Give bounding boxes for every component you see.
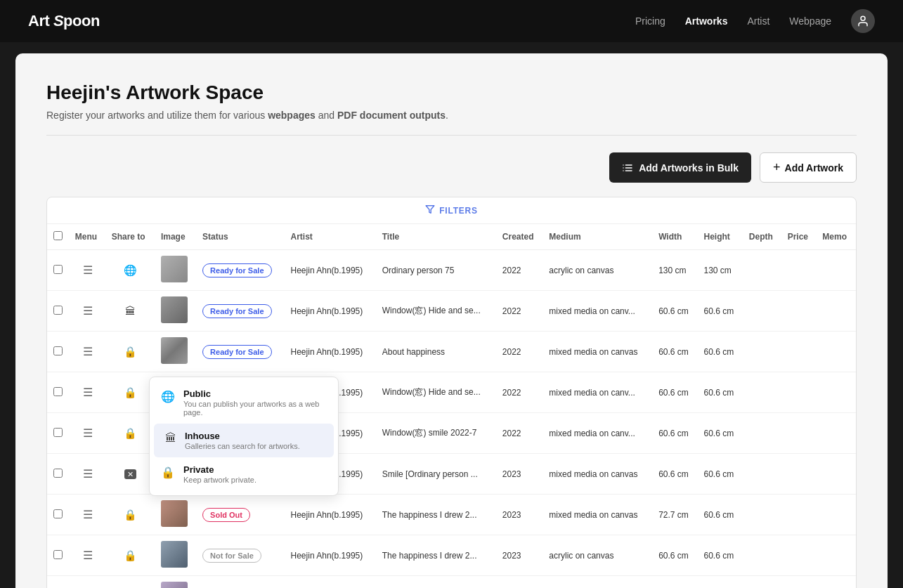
- price-cell: [782, 495, 817, 535]
- row-menu-icon[interactable]: ☰: [83, 305, 93, 317]
- page-subtitle: Register your artworks and utilize them …: [46, 110, 857, 121]
- memo-cell: [817, 576, 856, 589]
- share-icon[interactable]: 🔒: [124, 346, 137, 358]
- table-row: ☰ 🔒 Ready for Sale Heejin Ahn(b.1995) Ab…: [47, 332, 856, 372]
- depth-cell: [743, 535, 782, 576]
- dropdown-inhouse[interactable]: 🏛 Inhouse Galleries can search for artwo…: [154, 424, 334, 457]
- status-badge[interactable]: Ready for Sale: [202, 263, 271, 277]
- height-cell: 130 cm: [698, 250, 743, 291]
- price-cell: [782, 413, 817, 454]
- user-avatar[interactable]: [851, 9, 875, 33]
- filters-row[interactable]: FILTERS: [47, 197, 856, 224]
- created-cell: 2023: [497, 454, 544, 495]
- created-cell: 2022: [497, 291, 544, 332]
- row-checkbox[interactable]: [53, 509, 63, 518]
- row-checkbox[interactable]: [53, 387, 63, 396]
- height-cell: 60.6 cm: [698, 535, 743, 576]
- medium-cell: mixed media on canv...: [543, 291, 653, 332]
- svg-marker-7: [426, 206, 434, 214]
- memo-cell: [817, 291, 856, 332]
- width-cell: 130 cm: [653, 250, 698, 291]
- nav-webpage[interactable]: Webpage: [789, 15, 831, 27]
- artwork-thumbnail[interactable]: [161, 582, 188, 588]
- memo-cell: [817, 413, 856, 454]
- row-menu-icon[interactable]: ☰: [83, 427, 93, 439]
- height-cell: 60.6 cm: [698, 413, 743, 454]
- created-cell: 2022: [497, 332, 544, 372]
- share-icon[interactable]: 🔒: [124, 386, 137, 398]
- status-badge[interactable]: Not for Sale: [202, 549, 261, 563]
- share-icon[interactable]: 🌐: [124, 264, 137, 276]
- row-menu-icon[interactable]: ☰: [83, 468, 93, 480]
- share-icon[interactable]: 🔒: [124, 509, 137, 521]
- created-cell: 2021: [497, 576, 544, 589]
- width-cell: 72.7 cm: [653, 495, 698, 535]
- nav-artworks[interactable]: Artworks: [685, 15, 728, 27]
- col-medium: Medium: [543, 224, 653, 250]
- share-icon[interactable]: 🏛: [125, 305, 136, 317]
- depth-cell: [743, 250, 782, 291]
- app-logo: Art Spoon: [28, 12, 100, 30]
- artwork-thumbnail[interactable]: [161, 296, 188, 323]
- memo-cell: [817, 250, 856, 291]
- table-row: ☰ 🔒 Sold Out Heejin Ahn(b.1995) Contempl…: [47, 576, 856, 589]
- row-menu-icon[interactable]: ☰: [83, 509, 93, 521]
- toolbar: Add Artworks in Bulk + Add Artwork: [46, 152, 857, 183]
- select-all-checkbox[interactable]: [53, 231, 63, 240]
- row-menu-icon[interactable]: ☰: [83, 386, 93, 398]
- artwork-thumbnail[interactable]: [161, 337, 188, 364]
- created-cell: 2022: [497, 250, 544, 291]
- width-cell: 60.6 cm: [653, 372, 698, 413]
- medium-cell: mixed media on canv...: [543, 372, 653, 413]
- medium-cell: mixed media on canvas: [543, 576, 653, 589]
- filter-icon: [425, 204, 435, 216]
- artwork-thumbnail[interactable]: [161, 541, 188, 568]
- col-height: Height: [698, 224, 743, 250]
- row-checkbox[interactable]: [53, 346, 63, 355]
- col-memo: Memo: [817, 224, 856, 250]
- price-cell: [782, 291, 817, 332]
- price-cell: [782, 535, 817, 576]
- col-depth: Depth: [743, 224, 782, 250]
- title-cell: Window(窓) Hide and se...: [377, 372, 497, 413]
- status-badge[interactable]: Sold Out: [202, 508, 250, 522]
- width-cell: 72.7 cm: [653, 576, 698, 589]
- share-icon[interactable]: 🔒: [124, 549, 137, 561]
- col-title: Title: [377, 224, 497, 250]
- add-artwork-button[interactable]: + Add Artwork: [760, 152, 857, 183]
- nav-artist[interactable]: Artist: [747, 15, 769, 27]
- row-checkbox[interactable]: [53, 428, 63, 437]
- add-artworks-bulk-button[interactable]: Add Artworks in Bulk: [609, 152, 751, 183]
- artwork-thumbnail[interactable]: [161, 500, 188, 527]
- depth-cell: [743, 454, 782, 495]
- dropdown-private[interactable]: 🔒 Private Keep artwork private.: [150, 457, 338, 491]
- share-icon[interactable]: ✕: [124, 469, 136, 479]
- row-menu-icon[interactable]: ☰: [83, 346, 93, 358]
- medium-cell: mixed media on canvas: [543, 495, 653, 535]
- created-cell: 2023: [497, 495, 544, 535]
- depth-cell: [743, 413, 782, 454]
- status-badge[interactable]: Ready for Sale: [202, 345, 271, 359]
- memo-cell: [817, 332, 856, 372]
- dropdown-public[interactable]: 🌐 Public You can publish your artworks a…: [150, 381, 338, 424]
- row-menu-icon[interactable]: ☰: [83, 264, 93, 276]
- museum-icon: 🏛: [165, 432, 176, 445]
- col-image: Image: [155, 224, 197, 250]
- title-cell: Window(窓) Hide and se...: [377, 291, 497, 332]
- row-checkbox[interactable]: [53, 469, 63, 478]
- section-divider: [46, 135, 857, 136]
- created-cell: 2022: [497, 372, 544, 413]
- nav-pricing[interactable]: Pricing: [635, 15, 665, 27]
- medium-cell: mixed media on canvas: [543, 454, 653, 495]
- row-checkbox[interactable]: [53, 550, 63, 559]
- depth-cell: [743, 291, 782, 332]
- row-checkbox[interactable]: [53, 306, 63, 315]
- row-checkbox[interactable]: [53, 265, 63, 274]
- medium-cell: acrylic on canvas: [543, 535, 653, 576]
- share-icon[interactable]: 🔒: [124, 427, 137, 439]
- artwork-thumbnail[interactable]: [161, 256, 188, 282]
- memo-cell: [817, 454, 856, 495]
- height-cell: 60.6 cm: [698, 454, 743, 495]
- row-menu-icon[interactable]: ☰: [83, 549, 93, 561]
- status-badge[interactable]: Ready for Sale: [202, 304, 271, 318]
